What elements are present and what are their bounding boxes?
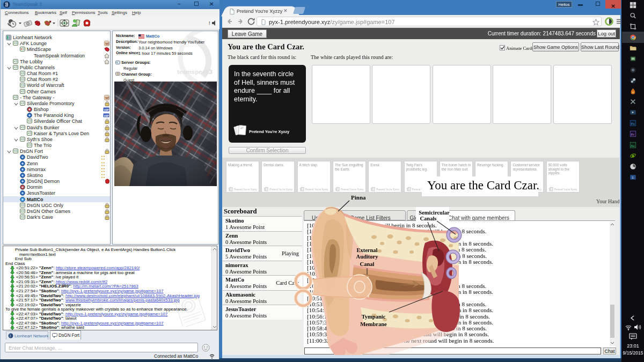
- svg-text:A?: A?: [240, 127, 244, 130]
- svg-text:VIP: VIP: [104, 108, 109, 112]
- svg-text:Auditory: Auditory: [356, 254, 379, 260]
- svg-text:☆: ☆: [106, 158, 108, 160]
- svg-text:External: External: [356, 247, 377, 253]
- svg-text:M: M: [105, 95, 109, 100]
- svg-text:teamspeak3: teamspeak3: [177, 69, 213, 75]
- svg-text:★★: ★★: [101, 169, 105, 172]
- svg-text:★★: ★★: [101, 158, 105, 160]
- svg-text:☆: ☆: [106, 175, 108, 178]
- svg-text:★★: ★★: [101, 175, 105, 178]
- svg-text:☆: ☆: [106, 169, 108, 172]
- svg-text:VIP: VIP: [104, 114, 109, 117]
- svg-text:Semicircular: Semicircular: [419, 210, 450, 216]
- svg-text:★★: ★★: [101, 164, 105, 166]
- svg-text:!: !: [209, 20, 210, 26]
- svg-text:Canals: Canals: [420, 216, 437, 221]
- svg-text:Membrane: Membrane: [360, 321, 387, 327]
- svg-text:Au: Au: [631, 144, 634, 147]
- svg-text:Ps: Ps: [631, 122, 635, 125]
- svg-text:☆: ☆: [106, 164, 108, 166]
- svg-text:Pr: Pr: [631, 133, 634, 136]
- svg-text:Tympanic: Tympanic: [362, 314, 386, 320]
- svg-text:M: M: [105, 41, 109, 46]
